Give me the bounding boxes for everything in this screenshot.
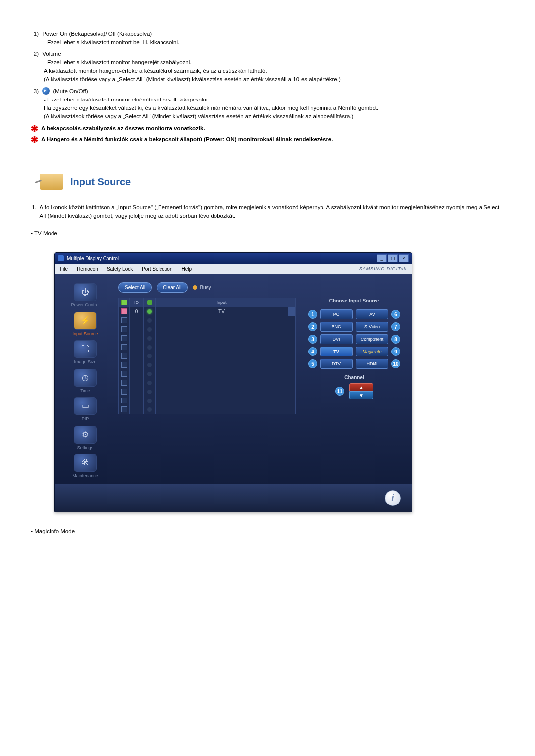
cell-id: 0 xyxy=(130,307,144,316)
table-row[interactable] xyxy=(119,343,295,352)
item-desc: (A kiválasztások törlése vagy a „Select … xyxy=(44,112,500,121)
row-checkbox[interactable] xyxy=(121,353,127,359)
main-left-pane: Select All Clear All Busy ID Input xyxy=(118,282,296,479)
channel-down-button[interactable]: ▼ xyxy=(349,391,373,399)
note-text: A Hangero és a Némító funkciók csak a be… xyxy=(41,135,500,144)
brand-label: SAMSUNG DIGITall xyxy=(359,266,407,273)
app-window: Multiple Display Control _ ▢ × File Remo… xyxy=(54,252,412,512)
callout-5: 5 xyxy=(308,359,317,368)
sidebar-item-maintenance[interactable]: 🛠Maintenance xyxy=(72,454,98,480)
panel-title: Choose Input Source xyxy=(329,297,379,304)
table-row[interactable] xyxy=(119,405,295,414)
status-led-icon xyxy=(147,407,152,412)
table-row[interactable] xyxy=(119,387,295,396)
numbered-list: 1) Power On (Bekapcsolva)/ Off (Kikapcso… xyxy=(30,30,500,121)
callout-2: 2 xyxy=(308,322,317,331)
mute-icon xyxy=(42,87,50,95)
item-desc: - Ezzel lehet a kiválasztott monitor han… xyxy=(44,58,500,67)
status-led-icon xyxy=(147,318,152,323)
row-checkbox[interactable] xyxy=(121,335,127,341)
checkbox-header-icon[interactable] xyxy=(121,300,127,305)
status-led-icon xyxy=(147,399,152,403)
source-tv-button[interactable]: TV xyxy=(320,347,353,356)
star-icon: ✱ xyxy=(31,135,38,144)
busy-dot-icon xyxy=(193,285,197,290)
sidebar: ⏻Power Control ⚡Input Source ⛶Image Size… xyxy=(55,274,115,484)
pip-icon: ▭ xyxy=(74,397,97,415)
table-row[interactable] xyxy=(119,396,295,405)
row-checkbox[interactable] xyxy=(121,326,127,332)
table-row[interactable] xyxy=(119,352,295,360)
menu-file[interactable]: File xyxy=(60,265,68,273)
table-row[interactable] xyxy=(119,316,295,325)
item-number: 2) xyxy=(30,50,39,58)
titlebar: Multiple Display Control _ ▢ × xyxy=(55,253,412,264)
callout-6: 6 xyxy=(391,310,400,319)
source-bnc-button[interactable]: BNC xyxy=(320,322,353,332)
sidebar-item-pip[interactable]: ▭PIP xyxy=(74,397,97,423)
table-row[interactable] xyxy=(119,325,295,334)
app-icon xyxy=(58,255,64,261)
scrollbar-thumb[interactable] xyxy=(288,307,295,316)
input-source-icon xyxy=(40,174,63,190)
note-row: ✱ A bekapcsolás-szabályozás az összes mo… xyxy=(30,124,500,133)
power-icon: ⏻ xyxy=(74,283,97,301)
table-row[interactable] xyxy=(119,378,295,387)
source-dtv-button[interactable]: DTV xyxy=(320,359,353,369)
channel-up-button[interactable]: ▲ xyxy=(349,383,373,391)
info-icon[interactable]: i xyxy=(385,490,401,506)
callout-8: 8 xyxy=(391,335,400,344)
list-item-2: 2) Volume - Ezzel lehet a kiválasztott m… xyxy=(30,50,500,84)
busy-indicator: Busy xyxy=(193,284,211,291)
table-row[interactable] xyxy=(119,360,295,369)
menu-remocon[interactable]: Remocon xyxy=(77,265,98,273)
row-checkbox[interactable] xyxy=(121,308,127,314)
maximize-button[interactable]: ▢ xyxy=(388,254,398,262)
item-desc: - Ezzel lehet a kiválasztott monitor eln… xyxy=(44,96,500,104)
row-checkbox[interactable] xyxy=(121,371,127,377)
source-hdmi-button[interactable]: HDMI xyxy=(356,359,388,369)
row-checkbox[interactable] xyxy=(121,398,127,403)
minimize-button[interactable]: _ xyxy=(377,254,387,262)
sidebar-item-input-source[interactable]: ⚡Input Source xyxy=(72,312,98,338)
item-desc: Ha egyszerre egy készüléket választ ki, … xyxy=(44,104,500,112)
source-magicinfo-button[interactable]: MagicInfo xyxy=(356,347,388,356)
row-checkbox[interactable] xyxy=(121,362,127,368)
item-desc: (A kiválasztás törlése vagy a „Select Al… xyxy=(44,75,500,84)
sidebar-item-settings[interactable]: ⚙Settings xyxy=(74,426,97,452)
section-header: Input Source xyxy=(30,174,500,190)
source-pc-button[interactable]: PC xyxy=(320,309,353,319)
source-svideo-button[interactable]: S-Video xyxy=(356,322,388,332)
document-page: 1) Power On (Bekapcsolva)/ Off (Kikapcso… xyxy=(0,0,535,756)
sidebar-item-power[interactable]: ⏻Power Control xyxy=(71,283,99,309)
close-button[interactable]: × xyxy=(399,254,409,262)
callout-9: 9 xyxy=(391,347,400,356)
plug-icon: ⚡ xyxy=(74,312,97,330)
source-av-button[interactable]: AV xyxy=(356,309,388,319)
sidebar-item-time[interactable]: ◷Time xyxy=(74,369,97,395)
list-item-1: 1) Power On (Bekapcsolva)/ Off (Kikapcso… xyxy=(30,30,500,47)
callout-1: 1 xyxy=(308,310,317,319)
item-title: Volume xyxy=(42,51,61,57)
item-title: (Mute On/Off) xyxy=(53,88,88,94)
item-desc: A kiválasztott monitor hangero-értéke a … xyxy=(44,67,500,75)
source-dvi-button[interactable]: DVI xyxy=(320,334,353,344)
select-all-button[interactable]: Select All xyxy=(118,282,152,293)
row-checkbox[interactable] xyxy=(121,406,127,412)
status-led-icon xyxy=(147,363,152,367)
row-checkbox[interactable] xyxy=(121,389,127,395)
wrench-icon: 🛠 xyxy=(74,454,97,472)
sidebar-item-image-size[interactable]: ⛶Image Size xyxy=(74,340,97,366)
menu-help[interactable]: Help xyxy=(181,265,192,273)
row-checkbox[interactable] xyxy=(121,317,127,323)
menu-safety-lock[interactable]: Safety Lock xyxy=(107,265,133,273)
source-component-button[interactable]: Component xyxy=(356,334,388,344)
menu-port-selection[interactable]: Port Selection xyxy=(142,265,172,273)
table-row[interactable]: 0 TV xyxy=(119,307,295,316)
clear-all-button[interactable]: Clear All xyxy=(157,282,188,293)
row-checkbox[interactable] xyxy=(121,380,127,386)
table-row[interactable] xyxy=(119,369,295,378)
table-row[interactable] xyxy=(119,334,295,343)
row-checkbox[interactable] xyxy=(121,344,127,350)
th-id: ID xyxy=(130,298,144,307)
